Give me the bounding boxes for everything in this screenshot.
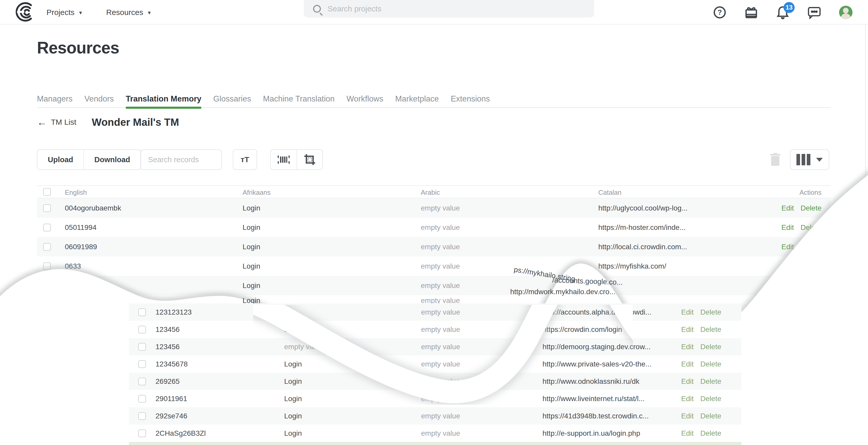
- tab-workflows[interactable]: Workflows: [346, 90, 383, 108]
- download-button[interactable]: Download: [84, 150, 141, 169]
- row-actions: EditDelete: [681, 321, 721, 338]
- table-cell: Login: [243, 198, 260, 218]
- table-cell: http://uglycool.cool/wp-log...: [598, 198, 688, 218]
- edit-link[interactable]: Edit: [681, 377, 693, 386]
- back-label: TM List: [51, 118, 76, 127]
- delete-link[interactable]: Delete: [801, 204, 822, 212]
- delete-link[interactable]: Delete: [801, 223, 822, 232]
- row-checkbox[interactable]: [43, 204, 51, 212]
- delete-link[interactable]: Delete: [700, 325, 721, 334]
- table-cell: 05011994: [65, 218, 97, 237]
- app-window: Projects ▼ Resources ▼ ?: [0, 0, 868, 445]
- tab-marketplace[interactable]: Marketplace: [395, 90, 439, 108]
- delete-link[interactable]: Delete: [700, 429, 721, 438]
- page-title: Resources: [37, 38, 119, 57]
- delete-link[interactable]: Delete: [700, 412, 721, 420]
- delete-link[interactable]: Delete: [700, 343, 721, 351]
- row-checkbox[interactable]: [138, 360, 146, 368]
- table-cell: 12345678: [156, 355, 188, 373]
- row-checkbox[interactable]: [43, 262, 51, 270]
- column-header-afrikaans[interactable]: Afrikaans: [243, 186, 271, 199]
- gift-icon[interactable]: [745, 6, 758, 19]
- back-arrow-icon: ←: [37, 117, 47, 127]
- chevron-down-icon: ▼: [147, 10, 152, 16]
- nav-projects-menu[interactable]: Projects ▼: [46, 0, 83, 25]
- tm-name-title: Wonder Mail's TM: [92, 117, 179, 128]
- select-all-checkbox[interactable]: [43, 188, 51, 196]
- nav-resources-label: Resources: [106, 8, 143, 17]
- edit-link[interactable]: Edit: [681, 394, 693, 403]
- row-checkbox[interactable]: [138, 412, 146, 420]
- search-projects-input[interactable]: [328, 4, 560, 13]
- delete-link[interactable]: Delete: [700, 394, 721, 403]
- table-row: 004ogorubaembkLoginempty valuehttp://ugl…: [37, 198, 831, 218]
- row-checkbox[interactable]: [43, 243, 51, 251]
- delete-link[interactable]: Delete: [700, 308, 721, 316]
- edit-link[interactable]: Edit: [781, 223, 794, 232]
- row-checkbox[interactable]: [43, 224, 51, 231]
- trash-icon[interactable]: [770, 153, 780, 166]
- edit-link[interactable]: Edit: [809, 262, 822, 271]
- columns-view-button[interactable]: [790, 150, 829, 169]
- table-cell: 2CHaSg26B3Zl: [156, 424, 206, 442]
- row-actions: Edit: [809, 256, 822, 276]
- table-cell: empty value: [421, 355, 460, 373]
- table-row: Loginempty value: [37, 276, 831, 295]
- table-cell: Login: [284, 424, 302, 442]
- table-row: 269265Loginempty valuehttp://www.odnokla…: [129, 373, 741, 390]
- column-header-actions: Actions: [800, 186, 822, 199]
- column-header-english[interactable]: English: [65, 186, 87, 199]
- delete-link[interactable]: Delete: [801, 243, 822, 251]
- table-cell: empty value: [421, 198, 460, 218]
- upload-button[interactable]: Upload: [37, 150, 84, 169]
- tab-glossaries[interactable]: Glossaries: [213, 90, 251, 108]
- table-row: 123456Loginempty valuehttps://crowdin.co…: [129, 321, 741, 338]
- edit-link[interactable]: Edit: [781, 243, 794, 251]
- tab-translation-memory[interactable]: Translation Memory: [126, 90, 202, 108]
- help-icon[interactable]: ?: [713, 6, 726, 19]
- chat-icon[interactable]: [808, 6, 821, 19]
- row-checkbox[interactable]: [138, 326, 146, 333]
- tm-subheader: ← TM List Wonder Mail's TM: [37, 113, 179, 131]
- table-cell: Login: [243, 256, 260, 276]
- edit-link[interactable]: Edit: [781, 204, 794, 212]
- page-right-border: [865, 0, 866, 445]
- tab-vendors[interactable]: Vendors: [85, 90, 114, 108]
- bell-icon[interactable]: 13: [776, 6, 789, 19]
- edit-link[interactable]: Edit: [681, 343, 693, 351]
- table-cell: http://www.private-sales-v20-the...: [542, 355, 652, 373]
- row-checkbox[interactable]: [138, 308, 146, 316]
- tab-managers[interactable]: Managers: [37, 90, 72, 108]
- user-avatar[interactable]: [839, 6, 852, 19]
- delete-link[interactable]: Delete: [700, 377, 721, 386]
- row-checkbox[interactable]: [138, 343, 146, 351]
- table-cell: empty value: [284, 338, 323, 355]
- search-records-input[interactable]: [148, 156, 214, 164]
- row-actions: EditDelete: [681, 373, 721, 390]
- back-to-tm-list[interactable]: ← TM List: [37, 117, 76, 127]
- row-checkbox[interactable]: [138, 378, 146, 385]
- row-checkbox[interactable]: [138, 395, 146, 403]
- nav-resources-menu[interactable]: Resources ▼: [106, 0, 152, 25]
- crop-icon[interactable]: [297, 150, 322, 169]
- row-actions: EditDelete: [681, 390, 721, 407]
- edit-link[interactable]: Edit: [681, 412, 693, 420]
- crowdin-logo-icon[interactable]: [15, 2, 36, 22]
- edit-link[interactable]: Edit: [681, 325, 693, 334]
- table-header: English Afrikaans Arabic Catalan Actions: [37, 185, 831, 198]
- row-actions: EditDelete: [781, 198, 822, 218]
- column-header-arabic[interactable]: Arabic: [421, 186, 440, 199]
- edit-link[interactable]: Edit: [681, 429, 693, 438]
- tab-extensions[interactable]: Extensions: [451, 90, 490, 108]
- column-header-catalan[interactable]: Catalan: [598, 186, 622, 199]
- barcode-icon[interactable]: [271, 150, 297, 169]
- edit-link[interactable]: Edit: [681, 308, 693, 316]
- table-cell: Login: [284, 407, 302, 424]
- edit-link[interactable]: Edit: [681, 360, 693, 368]
- delete-link[interactable]: Delete: [700, 360, 721, 368]
- text-case-icon[interactable]: тT: [233, 150, 256, 169]
- table-cell: empty value: [421, 237, 460, 256]
- table-cell: 0633: [65, 256, 81, 276]
- row-checkbox[interactable]: [138, 430, 146, 437]
- tab-machine-translation[interactable]: Machine Translation: [263, 90, 335, 108]
